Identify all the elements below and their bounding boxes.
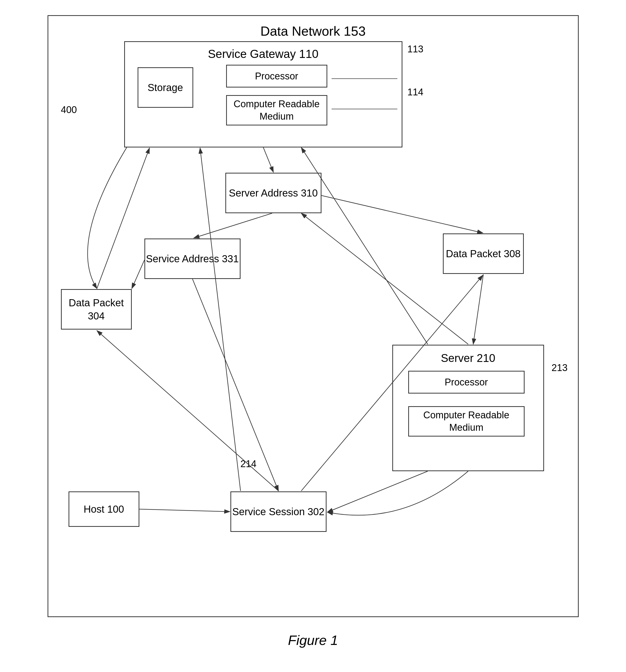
ref-213-label: 213 bbox=[552, 362, 568, 373]
svg-line-6 bbox=[321, 195, 483, 233]
service-session-box: Service Session 302 bbox=[231, 491, 327, 532]
storage-box: Storage bbox=[138, 67, 193, 108]
service-gateway-box: Service Gateway 110 Storage Processor Co… bbox=[124, 41, 403, 147]
svg-line-8 bbox=[327, 471, 428, 512]
service-gateway-title: Service Gateway 110 bbox=[208, 47, 318, 61]
host-label: Host 100 bbox=[83, 504, 124, 515]
crm-box-sg: Computer Readable Medium bbox=[226, 95, 327, 125]
processor-s210-box: Processor bbox=[408, 371, 525, 393]
processor-sg-label: Processor bbox=[255, 71, 298, 82]
processor-box-sg: Processor bbox=[226, 65, 327, 88]
data-packet-308-label: Data Packet 308 bbox=[446, 247, 521, 260]
ref-113-label: 113 bbox=[407, 44, 424, 55]
outer-title: Data Network 153 bbox=[260, 24, 365, 39]
crm-s210-box: Computer Readable Medium bbox=[408, 406, 525, 436]
svg-line-11 bbox=[97, 148, 149, 289]
data-packet-304-box: Data Packet 304 bbox=[61, 289, 132, 330]
outer-diagram-box: Data Network 153 Service Gateway 110 Sto… bbox=[48, 15, 579, 617]
figure-caption: Figure 1 bbox=[288, 632, 338, 648]
svg-line-5 bbox=[192, 279, 279, 491]
server-address-box: Server Address 310 bbox=[225, 173, 321, 213]
host-box: Host 100 bbox=[69, 491, 139, 527]
svg-line-13 bbox=[301, 213, 468, 344]
page-container: Data Network 153 Service Gateway 110 Sto… bbox=[35, 15, 591, 648]
crm-sg-label: Computer Readable Medium bbox=[227, 98, 327, 123]
server-address-label: Server Address 310 bbox=[229, 186, 318, 199]
svg-line-2 bbox=[263, 147, 273, 172]
service-session-label: Service Session 302 bbox=[232, 505, 324, 518]
data-packet-304-label: Data Packet 304 bbox=[62, 296, 131, 322]
crm-s210-label: Computer Readable Medium bbox=[409, 409, 524, 434]
server-210-title: Server 210 bbox=[441, 352, 495, 364]
ref-114-label: 114 bbox=[407, 87, 424, 98]
svg-line-15 bbox=[139, 509, 230, 512]
ref-400-label: 400 bbox=[61, 104, 77, 115]
server-210-box: Server 210 Processor Computer Readable M… bbox=[392, 345, 544, 471]
service-address-label: Service Address 331 bbox=[146, 252, 239, 265]
svg-line-4 bbox=[132, 260, 144, 289]
ref-214-label: 214 bbox=[241, 459, 257, 470]
svg-line-3 bbox=[194, 213, 272, 238]
processor-s210-label: Processor bbox=[444, 377, 488, 388]
service-address-box: Service Address 331 bbox=[144, 239, 241, 279]
storage-label: Storage bbox=[147, 82, 183, 93]
svg-line-7 bbox=[473, 274, 483, 344]
data-packet-308-box: Data Packet 308 bbox=[443, 234, 524, 274]
